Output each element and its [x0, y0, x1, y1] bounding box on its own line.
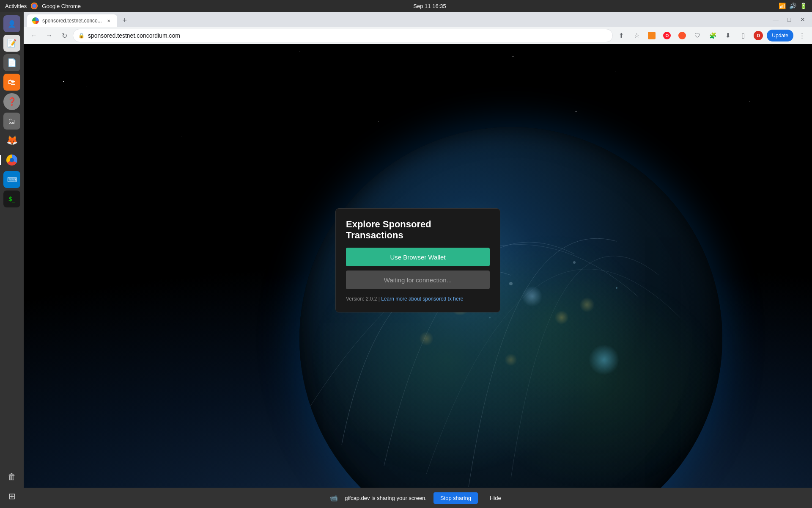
trash-icon: 🗑	[8, 472, 16, 482]
ext-brave-icon[interactable]	[675, 29, 689, 42]
account-icon[interactable]: D	[752, 29, 765, 42]
chrome-toolbar: ← → ↻ 🔒 sponsored.testnet.concordium.com…	[24, 27, 812, 44]
taskbar-bottom: 🗑 ⊞	[3, 468, 20, 505]
ext-puzzle-icon[interactable]: 🧩	[706, 29, 719, 42]
ext-shield-icon[interactable]: 🛡	[691, 29, 704, 42]
stop-sharing-label: Stop sharing	[440, 495, 471, 501]
screen-share-icon: 📹	[329, 494, 338, 502]
taskbar-icon-document[interactable]: 📄	[3, 54, 20, 71]
back-button[interactable]: ←	[27, 29, 41, 42]
volume-icon: 🔊	[789, 3, 796, 9]
close-button[interactable]: ✕	[797, 14, 809, 25]
modal-card: Explore Sponsored Transactions Use Brows…	[335, 208, 500, 312]
battery-icon: 🔋	[800, 3, 807, 9]
modal-title: Explore Sponsored Transactions	[346, 219, 490, 241]
taskbar-icon-notes[interactable]: 📝	[3, 35, 20, 52]
notification-message: gifcap.dev is sharing your screen.	[345, 495, 427, 501]
notes-icon: 📝	[7, 39, 16, 48]
chrome-tab-active[interactable]: sponsored.testnet.conco... ✕	[27, 14, 117, 27]
new-tab-button[interactable]: +	[119, 14, 131, 26]
learn-more-text: Learn more about sponsored tx here	[381, 296, 463, 302]
taskbar-icon-appstore[interactable]: 🛍	[3, 74, 20, 91]
use-browser-wallet-button[interactable]: Use Browser Wallet	[346, 248, 490, 266]
system-bar: Activities Google Chrome Sep 11 16:35 📶 …	[0, 0, 812, 12]
toolbar-actions: ⬆ ☆ O 🛡 🧩	[614, 29, 809, 42]
taskbar-icon-vscode[interactable]: ⌨	[3, 171, 20, 188]
taskbar-icon-chrome[interactable]	[3, 152, 20, 168]
app-name-label: Google Chrome	[42, 3, 81, 9]
taskbar: 👤 📝 📄 🛍 ❓ 🗂 🦊	[0, 12, 24, 508]
address-bar[interactable]: 🔒 sponsored.testnet.concordium.com	[73, 29, 613, 42]
update-button[interactable]: Update	[767, 30, 793, 41]
files-icon: 🗂	[8, 117, 16, 126]
appstore-icon: 🛍	[8, 78, 16, 87]
taskbar-icon-terminal[interactable]: $_	[3, 190, 20, 207]
menu-icon[interactable]: ⋮	[795, 29, 809, 42]
avatar-icon: 👤	[8, 20, 16, 28]
window-controls: — □ ✕	[770, 14, 812, 27]
page-content: Explore Sponsored Transactions Use Brows…	[24, 44, 812, 508]
firefox-icon: 🦊	[6, 135, 18, 146]
vscode-icon: ⌨	[7, 176, 17, 184]
main-area: sponsored.testnet.conco... ✕ + — □ ✕ ← →…	[24, 12, 812, 508]
datetime-label: Sep 11 16:35	[413, 3, 446, 9]
forward-button[interactable]: →	[42, 29, 56, 42]
help-icon: ❓	[7, 97, 16, 106]
use-browser-wallet-label: Use Browser Wallet	[390, 254, 445, 261]
terminal-icon: $_	[8, 196, 15, 202]
version-text: Version: 2.0.2 |	[346, 296, 380, 302]
system-tray: 📶 🔊 🔋	[779, 3, 807, 9]
tab-favicon-icon	[32, 17, 39, 24]
waiting-connection-label: Waiting for connection...	[384, 276, 452, 284]
chrome-icon	[6, 155, 17, 166]
taskbar-icon-apps[interactable]: ⊞	[3, 488, 20, 505]
desktop: Activities Google Chrome Sep 11 16:35 📶 …	[0, 0, 812, 508]
update-label: Update	[772, 33, 788, 39]
learn-more-link[interactable]: Learn more about sponsored tx here	[381, 296, 463, 302]
waiting-connection-button: Waiting for connection...	[346, 271, 490, 289]
taskbar-icon-firefox[interactable]: 🦊	[3, 132, 20, 149]
bookmark-icon[interactable]: ☆	[630, 29, 643, 42]
chrome-window: sponsored.testnet.conco... ✕ + — □ ✕ ← →…	[24, 12, 812, 508]
chrome-favicon-icon	[31, 3, 38, 9]
sidebar-icon[interactable]: ▯	[736, 29, 750, 42]
hide-button[interactable]: Hide	[485, 492, 506, 504]
taskbar-icon-avatar[interactable]: 👤	[3, 15, 20, 32]
system-bar-left: Activities Google Chrome	[5, 3, 81, 9]
datetime-text: Sep 11 16:35	[413, 3, 446, 9]
stop-sharing-button[interactable]: Stop sharing	[433, 492, 478, 504]
tab-close-button[interactable]: ✕	[105, 17, 112, 24]
modal-footer: Version: 2.0.2 | Learn more about sponso…	[346, 296, 490, 302]
wifi-icon: 📶	[779, 3, 786, 9]
taskbar-icon-files[interactable]: 🗂	[3, 113, 20, 130]
maximize-button[interactable]: □	[783, 14, 795, 25]
ext-metamask-icon[interactable]	[645, 29, 658, 42]
hide-label: Hide	[490, 495, 501, 501]
minimize-button[interactable]: —	[770, 14, 782, 25]
ext-download-icon[interactable]: ⬇	[721, 29, 735, 42]
apps-grid-icon: ⊞	[8, 491, 16, 501]
ext-opera-icon[interactable]: O	[660, 29, 674, 42]
chrome-titlebar: sponsored.testnet.conco... ✕ + — □ ✕	[24, 12, 812, 27]
notification-bar: 📹 gifcap.dev is sharing your screen. Sto…	[24, 488, 812, 508]
reload-button[interactable]: ↻	[58, 29, 71, 42]
document-icon: 📄	[7, 58, 16, 67]
url-text: sponsored.testnet.concordium.com	[88, 32, 607, 39]
tab-title: sponsored.testnet.conco...	[42, 18, 102, 24]
lock-icon: 🔒	[78, 33, 85, 39]
activities-button[interactable]: Activities	[5, 3, 27, 9]
taskbar-icon-help[interactable]: ❓	[3, 93, 20, 110]
taskbar-icon-trash[interactable]: 🗑	[3, 468, 20, 485]
share-icon[interactable]: ⬆	[614, 29, 628, 42]
